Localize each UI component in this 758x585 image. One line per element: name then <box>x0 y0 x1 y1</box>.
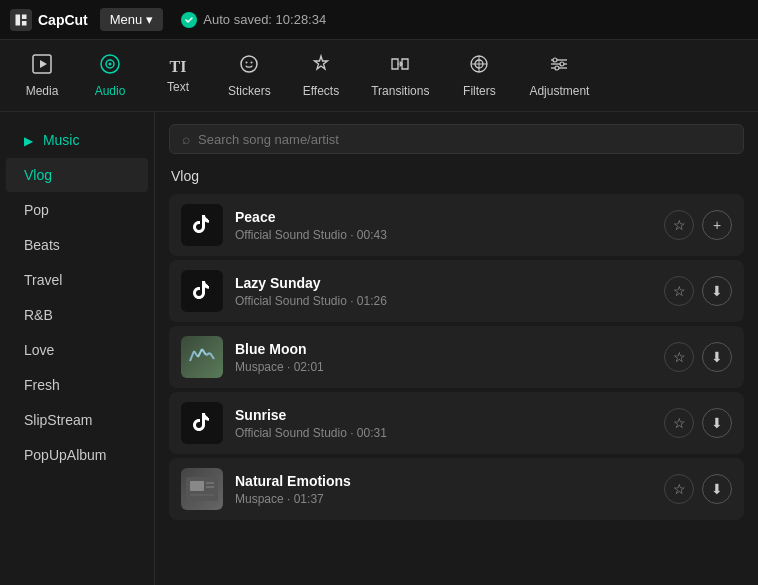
song-thumb-blue-moon <box>181 336 223 378</box>
song-actions-sunrise: ☆ ⬇ <box>664 408 732 438</box>
favorite-btn-natural-emotions[interactable]: ☆ <box>664 474 694 504</box>
song-actions-lazy-sunday: ☆ ⬇ <box>664 276 732 306</box>
sidebar-item-popupalbum[interactable]: PopUpAlbum <box>6 438 148 472</box>
filters-icon <box>468 53 490 80</box>
song-thumb-sunrise <box>181 402 223 444</box>
song-thumb-natural-emotions <box>181 468 223 510</box>
song-info-natural-emotions: Natural Emotions Muspace · 01:37 <box>235 473 652 506</box>
sidebar-item-travel[interactable]: Travel <box>6 263 148 297</box>
song-item-natural-emotions[interactable]: Natural Emotions Muspace · 01:37 ☆ ⬇ <box>169 458 744 520</box>
caret-icon: ▶ <box>24 134 33 148</box>
sidebar-item-music[interactable]: ▶ Music <box>6 123 148 157</box>
add-btn-peace[interactable]: + <box>702 210 732 240</box>
svg-point-16 <box>555 66 559 70</box>
svg-line-22 <box>206 353 210 355</box>
menu-button[interactable]: Menu ▾ <box>100 8 164 31</box>
song-item-lazy-sunday[interactable]: Lazy Sunday Official Sound Studio · 01:2… <box>169 260 744 322</box>
song-actions-natural-emotions: ☆ ⬇ <box>664 474 732 504</box>
effects-icon <box>310 53 332 80</box>
svg-point-6 <box>241 56 257 72</box>
nav-label-adjustment: Adjustment <box>529 84 589 98</box>
search-bar[interactable]: ⌕ <box>169 124 744 154</box>
nav-item-text[interactable]: TI Text <box>146 52 210 100</box>
song-info-blue-moon: Blue Moon Muspace · 02:01 <box>235 341 652 374</box>
nav-item-stickers[interactable]: Stickers <box>214 47 285 104</box>
top-bar: CapCut Menu ▾ Auto saved: 10:28:34 <box>0 0 758 40</box>
svg-point-14 <box>553 58 557 62</box>
svg-marker-2 <box>40 60 47 68</box>
sidebar-item-vlog[interactable]: Vlog <box>6 158 148 192</box>
song-item-sunrise[interactable]: Sunrise Official Sound Studio · 00:31 ☆ … <box>169 392 744 454</box>
search-icon: ⌕ <box>182 131 190 147</box>
svg-point-8 <box>251 62 253 64</box>
nav-item-audio[interactable]: Audio <box>78 47 142 104</box>
song-info-peace: Peace Official Sound Studio · 00:43 <box>235 209 652 242</box>
song-meta-natural-emotions: Muspace · 01:37 <box>235 492 652 506</box>
sidebar-item-rnb[interactable]: R&B <box>6 298 148 332</box>
nav-label-stickers: Stickers <box>228 84 271 98</box>
song-item-peace[interactable]: Peace Official Sound Studio · 00:43 ☆ + <box>169 194 744 256</box>
song-item-blue-moon[interactable]: Blue Moon Muspace · 02:01 ☆ ⬇ <box>169 326 744 388</box>
song-meta-blue-moon: Muspace · 02:01 <box>235 360 652 374</box>
nav-item-effects[interactable]: Effects <box>289 47 353 104</box>
svg-point-15 <box>560 62 564 66</box>
nav-item-filters[interactable]: Filters <box>447 47 511 104</box>
sidebar-item-fresh[interactable]: Fresh <box>6 368 148 402</box>
logo: CapCut <box>10 9 88 31</box>
sidebar-item-love[interactable]: Love <box>6 333 148 367</box>
svg-point-7 <box>246 62 248 64</box>
audio-icon <box>99 53 121 80</box>
autosave-status: Auto saved: 10:28:34 <box>181 12 326 28</box>
svg-line-20 <box>198 349 202 357</box>
content-area: ⌕ Vlog Peace Official Sound Studio · 00:… <box>155 112 758 585</box>
svg-point-5 <box>109 63 112 66</box>
svg-line-23 <box>210 353 214 359</box>
song-meta-lazy-sunday: Official Sound Studio · 01:26 <box>235 294 652 308</box>
download-btn-natural-emotions[interactable]: ⬇ <box>702 474 732 504</box>
section-title: Vlog <box>169 168 744 184</box>
song-title-peace: Peace <box>235 209 652 225</box>
song-info-lazy-sunday: Lazy Sunday Official Sound Studio · 01:2… <box>235 275 652 308</box>
svg-line-18 <box>190 351 194 361</box>
song-thumb-lazy-sunday <box>181 270 223 312</box>
favorite-btn-lazy-sunday[interactable]: ☆ <box>664 276 694 306</box>
app-name: CapCut <box>38 12 88 28</box>
song-info-sunrise: Sunrise Official Sound Studio · 00:31 <box>235 407 652 440</box>
song-actions-peace: ☆ + <box>664 210 732 240</box>
autosave-dot <box>181 12 197 28</box>
nav-item-adjustment[interactable]: Adjustment <box>515 47 603 104</box>
sidebar-item-slipstream[interactable]: SlipStream <box>6 403 148 437</box>
sidebar: ▶ Music Vlog Pop Beats Travel R&B Love F… <box>0 112 155 585</box>
song-title-natural-emotions: Natural Emotions <box>235 473 652 489</box>
nav-label-transitions: Transitions <box>371 84 429 98</box>
download-btn-blue-moon[interactable]: ⬇ <box>702 342 732 372</box>
nav-item-transitions[interactable]: Transitions <box>357 47 443 104</box>
logo-icon <box>10 9 32 31</box>
nav-item-media[interactable]: Media <box>10 47 74 104</box>
svg-rect-0 <box>10 9 32 31</box>
nav-label-effects: Effects <box>303 84 339 98</box>
song-title-sunrise: Sunrise <box>235 407 652 423</box>
favorite-btn-blue-moon[interactable]: ☆ <box>664 342 694 372</box>
sidebar-item-beats[interactable]: Beats <box>6 228 148 262</box>
nav-label-text: Text <box>167 80 189 94</box>
download-btn-sunrise[interactable]: ⬇ <box>702 408 732 438</box>
nav-label-media: Media <box>26 84 59 98</box>
favorite-btn-peace[interactable]: ☆ <box>664 210 694 240</box>
search-input[interactable] <box>198 132 731 147</box>
song-meta-peace: Official Sound Studio · 00:43 <box>235 228 652 242</box>
song-meta-sunrise: Official Sound Studio · 00:31 <box>235 426 652 440</box>
nav-label-audio: Audio <box>95 84 126 98</box>
song-title-lazy-sunday: Lazy Sunday <box>235 275 652 291</box>
text-icon: TI <box>170 58 187 76</box>
download-btn-lazy-sunday[interactable]: ⬇ <box>702 276 732 306</box>
favorite-btn-sunrise[interactable]: ☆ <box>664 408 694 438</box>
song-list: Peace Official Sound Studio · 00:43 ☆ + … <box>169 194 744 520</box>
svg-rect-25 <box>190 481 204 491</box>
media-icon <box>31 53 53 80</box>
main-layout: ▶ Music Vlog Pop Beats Travel R&B Love F… <box>0 112 758 585</box>
sidebar-item-pop[interactable]: Pop <box>6 193 148 227</box>
nav-bar: Media Audio TI Text Stickers <box>0 40 758 112</box>
svg-line-21 <box>202 349 206 355</box>
song-thumb-peace <box>181 204 223 246</box>
